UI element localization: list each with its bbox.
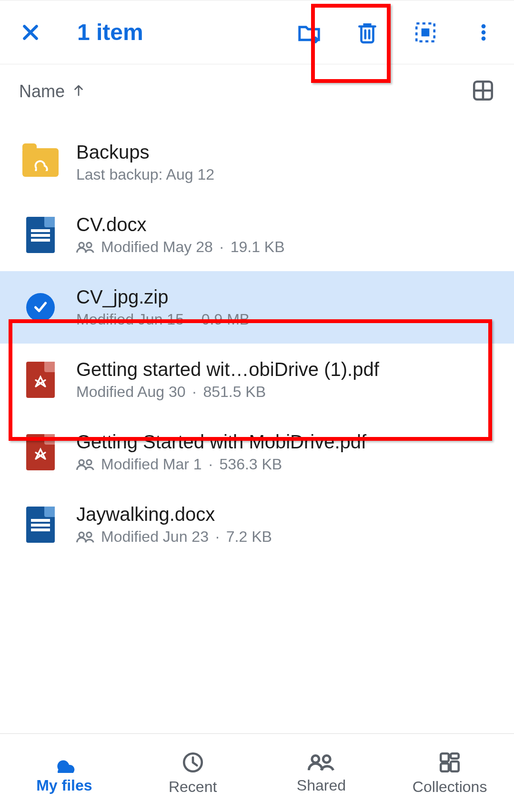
people-icon [308, 752, 334, 773]
file-name: Getting started wit…obiDrive (1).pdf [76, 359, 495, 380]
separator: · [192, 383, 197, 401]
svg-rect-17 [441, 763, 449, 771]
svg-rect-15 [441, 753, 449, 761]
list-item[interactable]: Backups Last backup: Aug 12 [0, 126, 514, 199]
file-icon [19, 217, 62, 253]
nav-label: Shared [297, 777, 346, 794]
nav-label: Recent [169, 778, 217, 796]
svg-rect-1 [422, 28, 430, 36]
close-icon [20, 22, 41, 43]
file-icon [19, 362, 62, 398]
sort-label[interactable]: Name [19, 81, 65, 102]
svg-point-7 [87, 243, 91, 247]
grid-icon [471, 79, 495, 102]
file-icon [19, 507, 62, 543]
folder-cloud-icon [22, 148, 59, 177]
more-button[interactable] [470, 19, 497, 46]
selected-check-icon [26, 293, 55, 322]
nav-collections[interactable]: Collections [385, 734, 514, 812]
svg-point-2 [482, 24, 486, 28]
file-name: CV.docx [76, 214, 495, 235]
pdf-icon [26, 362, 55, 398]
svg-point-13 [312, 755, 319, 762]
svg-rect-16 [451, 753, 459, 758]
file-name: CV_jpg.zip [76, 286, 495, 308]
svg-point-11 [87, 532, 91, 537]
file-size: 536.3 KB [220, 456, 282, 473]
file-name: Getting Started with MobiDrive.pdf [76, 431, 495, 453]
separator: · [215, 528, 220, 546]
svg-point-9 [87, 460, 91, 465]
file-icon [19, 148, 62, 177]
file-meta: Modified Aug 30 [76, 383, 186, 401]
collections-icon [438, 751, 462, 774]
docx-icon [26, 217, 55, 253]
docx-icon [26, 507, 55, 543]
svg-point-6 [79, 243, 84, 247]
more-vertical-icon [473, 22, 494, 43]
clock-icon [181, 751, 205, 774]
separator: · [209, 456, 213, 473]
bottom-nav: My files Recent Shared Collections [0, 733, 514, 812]
move-button[interactable] [296, 19, 323, 46]
cloud-icon [50, 752, 79, 773]
svg-point-3 [482, 30, 486, 34]
svg-point-14 [323, 755, 331, 762]
file-size: 7.2 KB [226, 528, 272, 546]
svg-point-4 [482, 36, 486, 41]
separator: · [191, 311, 195, 328]
selection-toolbar: 1 item [0, 0, 514, 64]
close-button[interactable] [17, 19, 44, 46]
svg-rect-18 [451, 761, 459, 771]
cloud-icon [30, 157, 52, 171]
shared-icon [76, 530, 94, 544]
separator: · [220, 238, 224, 256]
list-item[interactable]: Getting Started with MobiDrive.pdf Modif… [0, 416, 514, 488]
file-list: Backups Last backup: Aug 12 CV.docx Modi… [0, 126, 514, 561]
pdf-icon [26, 434, 55, 470]
view-toggle-button[interactable] [471, 79, 495, 104]
sort-direction[interactable] [71, 83, 86, 100]
file-meta: Modified Mar 1 [101, 456, 202, 473]
file-meta: Modified May 28 [101, 238, 213, 256]
shared-icon [76, 241, 94, 254]
nav-myfiles[interactable]: My files [0, 734, 129, 812]
list-item[interactable]: Jaywalking.docx Modified Jun 23 · 7.2 KB [0, 488, 514, 561]
nav-recent[interactable]: Recent [129, 734, 257, 812]
file-size: 0.9 MB [202, 311, 250, 328]
svg-point-8 [79, 460, 84, 465]
shared-icon [76, 458, 94, 471]
folder-arrow-icon [296, 20, 322, 45]
file-meta: Modified Jun 23 [101, 528, 209, 546]
list-item[interactable]: Getting started wit…obiDrive (1).pdf Mod… [0, 344, 514, 416]
file-icon [19, 434, 62, 470]
select-all-button[interactable] [412, 19, 439, 46]
svg-point-10 [79, 532, 84, 537]
arrow-up-icon [71, 83, 86, 98]
file-name: Jaywalking.docx [76, 504, 495, 525]
selection-count: 1 item [77, 19, 143, 45]
select-all-icon [413, 20, 437, 44]
toolbar-actions [296, 19, 497, 46]
list-item[interactable]: CV_jpg.zip Modified Jun 15 · 0.9 MB [0, 271, 514, 344]
nav-shared[interactable]: Shared [257, 734, 386, 812]
file-meta: Modified Jun 15 [76, 311, 184, 328]
trash-icon [355, 20, 379, 44]
list-item[interactable]: CV.docx Modified May 28 · 19.1 KB [0, 199, 514, 271]
file-size: 851.5 KB [203, 383, 266, 401]
nav-label: My files [36, 777, 92, 794]
nav-label: Collections [413, 778, 487, 796]
file-icon [19, 293, 62, 322]
file-name: Backups [76, 142, 495, 163]
sort-row: Name [0, 64, 514, 126]
file-meta: Last backup: Aug 12 [76, 166, 214, 183]
file-size: 19.1 KB [231, 238, 285, 256]
delete-button[interactable] [354, 19, 381, 46]
